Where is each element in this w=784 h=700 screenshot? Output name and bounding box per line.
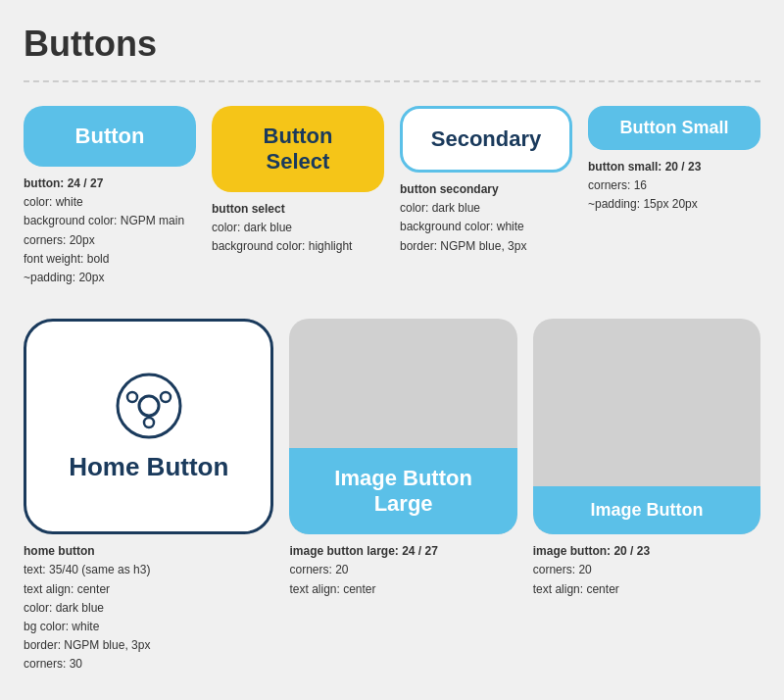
small-button-desc: button small: 20 / 23 corners: 16~paddin… [588,158,760,215]
svg-point-3 [161,392,171,402]
svg-point-2 [127,392,137,402]
svg-point-4 [144,418,154,427]
image-button[interactable]: Image Button [533,319,760,534]
button-card: Button button: 24 / 27 color: whitebackg… [24,106,196,287]
secondary-button[interactable]: Secondary [400,106,572,173]
select-button-card: Button Select button select color: dark … [212,106,384,257]
image-button-label: Image Button [533,486,760,534]
section-divider [24,80,760,82]
select-button[interactable]: Button Select [212,106,384,192]
secondary-button-card: Secondary button secondary color: dark b… [400,106,572,256]
primary-button[interactable]: Button [24,106,196,167]
svg-point-1 [139,396,159,416]
primary-button-desc: button: 24 / 27 color: whitebackground c… [24,175,196,287]
image-button-large-label: Image Button Large [289,448,516,534]
bottom-row: Home Button home button text: 35/40 (sam… [24,319,760,674]
small-button-card: Button Small button small: 20 / 23 corne… [588,106,760,215]
home-button-desc: home button text: 35/40 (same as h3)text… [24,542,273,674]
image-button-large[interactable]: Image Button Large [289,319,516,534]
home-button[interactable]: Home Button [24,319,273,534]
select-button-desc: button select color: dark bluebackground… [212,200,384,257]
image-button-card: Image Button image button: 20 / 23 corne… [533,319,760,599]
image-button-large-desc: image button large: 24 / 27 corners: 20t… [289,542,516,599]
secondary-button-desc: button secondary color: dark bluebackgro… [400,180,572,256]
image-button-desc: image button: 20 / 23 corners: 20text al… [533,542,760,599]
home-button-card: Home Button home button text: 35/40 (sam… [24,319,273,674]
small-button[interactable]: Button Small [588,106,760,150]
top-row: Button button: 24 / 27 color: whitebackg… [24,106,760,287]
image-button-large-card: Image Button Large image button large: 2… [289,319,516,599]
home-button-label: Home Button [69,452,228,482]
home-icon [115,372,183,440]
page-title: Buttons [24,24,760,65]
